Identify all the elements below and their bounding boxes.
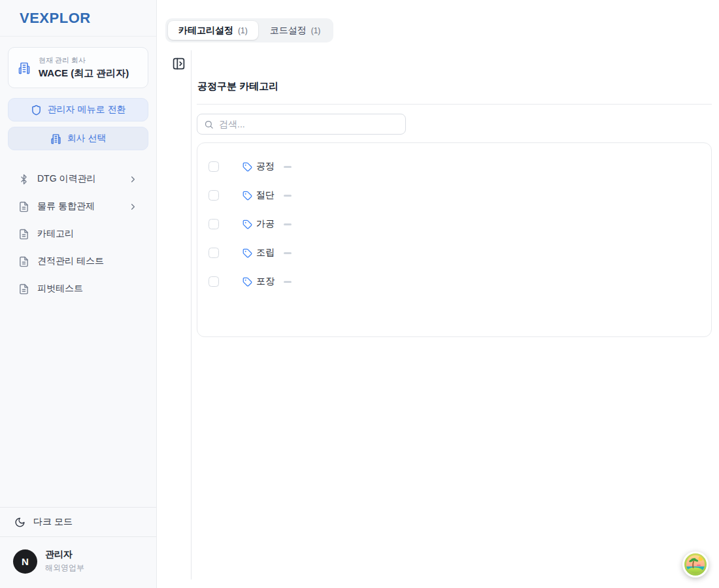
section-title: 공정구분 카테고리 [197,80,712,93]
company-name: WACE (최고 관리자) [39,67,129,80]
beach-widget-button[interactable] [682,551,709,578]
search-icon [204,120,214,129]
company-card-label: 현재 관리 회사 [39,56,129,65]
main-body: 공정구분 카테고리 공정 [157,50,719,588]
list-item: 조립 [197,238,711,267]
dark-mode-label: 다크 모드 [33,516,73,528]
category-label[interactable]: 조립 [256,247,275,259]
sidebar-nav: DTG 이력관리 물류 통합관제 [8,167,148,301]
tag-icon [242,277,252,287]
current-company-card: 현재 관리 회사 WACE (최고 관리자) [8,47,148,88]
placeholder-dash [284,281,292,283]
sidebar-item-label: 카테고리 [37,228,74,240]
admin-menu-switch-button[interactable]: 관리자 메뉴로 전환 [8,98,148,122]
admin-menu-switch-label: 관리자 메뉴로 전환 [48,104,126,116]
sidebar-item-label: DTG 이력관리 [37,173,95,185]
panel-expand-button[interactable] [171,56,186,71]
list-item: 포장 [197,267,711,296]
category-checkbox[interactable] [209,248,219,258]
tag-icon [242,162,252,172]
avatar: N [13,549,37,574]
category-checkbox[interactable] [209,219,219,229]
chevron-right-icon [128,202,138,212]
main-area: 카테고리설정 (1) 코드설정 (1) 공정구분 카테고리 [157,0,719,588]
category-label[interactable]: 절단 [256,189,275,201]
tab-code-settings[interactable]: 코드설정 (1) [259,21,331,40]
tab-row: 카테고리설정 (1) 코드설정 (1) [157,0,719,42]
sidebar-item-label: 피벗테스트 [37,283,83,295]
bluetooth-icon [18,174,29,185]
sidebar-item-logistics-control[interactable]: 물류 통합관제 [8,195,148,218]
moon-icon [14,517,25,528]
content-panel: 공정구분 카테고리 공정 [192,50,719,588]
sidebar-item-label: 견적관리 테스트 [37,255,104,267]
sidebar-header: VEXPLOR [0,0,156,37]
title-divider [197,104,712,105]
list-item: 절단 [197,181,711,210]
profile-name: 관리자 [45,549,84,561]
sidebar-body: 현재 관리 회사 WACE (최고 관리자) 관리자 메뉴로 전환 회사 선택 [0,37,156,507]
building-icon [50,133,61,144]
tag-icon [242,220,252,229]
category-label[interactable]: 포장 [256,276,275,287]
tag-icon [242,248,252,258]
category-label[interactable]: 가공 [256,218,275,230]
tab-label: 코드설정 [270,25,307,37]
sidebar-footer: 다크 모드 N 관리자 해외영업부 [0,507,156,588]
document-icon [18,284,29,295]
shield-icon [31,105,42,116]
category-checkbox[interactable] [209,190,219,201]
category-list-card: 공정 절단 [197,142,712,337]
tab-count: (1) [238,26,248,35]
user-profile[interactable]: N 관리자 해외영업부 [0,537,156,588]
dark-mode-toggle[interactable]: 다크 모드 [0,507,156,537]
document-icon [18,201,29,212]
select-company-button[interactable]: 회사 선택 [8,127,148,150]
search-input[interactable] [219,119,399,129]
list-item: 가공 [197,210,711,238]
document-icon [18,229,29,240]
settings-tabbar: 카테고리설정 (1) 코드설정 (1) [165,18,333,42]
document-icon [18,256,29,267]
category-checkbox[interactable] [209,161,219,172]
search-box [197,114,406,135]
sidebar-item-pivot-test[interactable]: 피벗테스트 [8,277,148,301]
tab-category-settings[interactable]: 카테고리설정 (1) [168,21,258,40]
sidebar-item-category[interactable]: 카테고리 [8,222,148,246]
sidebar: VEXPLOR 현재 관리 회사 WACE (최고 관리자) 관리자 메뉴로 전… [0,0,157,588]
chevron-right-icon [128,174,138,184]
sidebar-item-dtg-history[interactable]: DTG 이력관리 [8,167,148,191]
placeholder-dash [284,166,292,168]
placeholder-dash [284,195,292,197]
placeholder-dash [284,223,292,225]
sidebar-item-label: 물류 통합관제 [37,201,95,212]
category-checkbox[interactable] [209,276,219,287]
select-company-label: 회사 선택 [67,133,107,144]
tag-icon [242,191,252,201]
panel-toggle-column [157,50,191,588]
vexplor-logo: VEXPLOR [20,10,91,27]
tab-label: 카테고리설정 [178,25,233,37]
building-icon [18,61,31,74]
app-root: VEXPLOR 현재 관리 회사 WACE (최고 관리자) 관리자 메뉴로 전… [0,0,719,588]
panel-expand-icon [172,57,186,71]
tab-count: (1) [311,26,321,35]
category-label[interactable]: 공정 [256,161,275,172]
beach-island-icon [684,553,707,576]
list-item: 공정 [197,152,711,181]
placeholder-dash [284,252,292,254]
sidebar-item-quote-test[interactable]: 견적관리 테스트 [8,250,148,273]
profile-department: 해외영업부 [45,563,84,574]
